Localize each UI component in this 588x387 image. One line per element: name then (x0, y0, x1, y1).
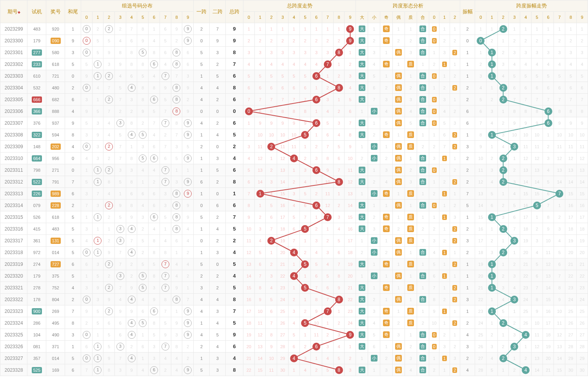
table-row: 2023313226989637416663891017141535211113… (0, 188, 588, 200)
table-row: 2023308322594839454542791452101010105164… (0, 129, 588, 141)
table-header: 期号◆ 试机 奖号 和尾 组选号码分布 一跨 二跨 总跨 总跨度走势 跨度形态分… (0, 0, 588, 23)
col-spant: 总跨 (225, 0, 243, 23)
table-row: 2023305666682631273865824267777776315大73… (0, 94, 588, 105)
table-row: 2023307376937953438277894261999996537大15… (0, 117, 588, 129)
table-row: 2023299483920102227816992791111111119大1奇… (0, 23, 588, 35)
col-issue[interactable]: 期号◆ (0, 0, 27, 23)
table-body: 2023299483920102227816992791111111119大1奇… (0, 23, 588, 376)
table-row: 2023328525169671839462495382215113014258… (0, 364, 588, 376)
col-shape: 跨度形态分析 (356, 0, 460, 12)
table-row: 2023318972014501974288121341251204243618… (0, 247, 588, 258)
table-row: 2023304532480204754889894486666661284大62… (0, 82, 588, 94)
col-span1: 一跨 (194, 0, 210, 23)
col-zuxuan: 组选号码分布 (81, 0, 193, 12)
table-row: 2023314079228273298463890668151646612214… (0, 200, 588, 211)
table-row: 2023327357014501974134421342114102943145… (0, 352, 588, 364)
table-row: 2023317361131541237584640221142197132517… (0, 235, 588, 247)
col-trend: 总跨度走势 (243, 0, 356, 12)
table-row: 2023310664956043278566591344121124238610… (0, 153, 588, 164)
col-award: 奖号 (46, 0, 65, 23)
table-row: 20233063668884957229578900008888814261小4… (0, 105, 588, 117)
table-row: 2023321278752439279537913251584231576921… (0, 282, 588, 294)
table-row: 2023303610721091246547731565555556123大51… (0, 70, 588, 82)
table-row: 2023323900269795299667194371710625329712… (0, 305, 588, 317)
table-row: 2023312522791751858127396286143142411081… (0, 176, 588, 188)
table-row: 202331552661851125936589527926175717315大… (0, 211, 588, 223)
col-amp: 振幅 (460, 0, 475, 23)
table-row: 2023309148202403271367352023112111112759… (0, 141, 588, 153)
table-row: 2023320179375515232587422241473224165820… (0, 270, 588, 282)
table-row: 2023319274727663272557445051362211554719… (0, 258, 588, 270)
col-tail: 和尾 (65, 0, 81, 23)
table-row: 2023301277580305988586865383333333381大31… (0, 47, 588, 58)
col-test: 试机 (27, 0, 46, 23)
table-row: 2023324286495825664585991451811726451012… (0, 317, 588, 329)
col-span2: 二跨 (209, 0, 225, 23)
table-row: 2023325104490301564159394591912827511123… (0, 329, 588, 341)
col-amptrend: 跨度振幅走势 (475, 0, 588, 12)
table-row: 2023322178804203944498874481695242187822… (0, 294, 588, 305)
table-row: 2023326081371161532637822462013928626341… (0, 341, 588, 352)
table-row: 2023311798271011233447111565132131369711… (0, 164, 588, 176)
table-row: 2023302233618551398864865274444444712大4奇… (0, 58, 588, 70)
lottery-trend-table: 期号◆ 试机 奖号 和尾 组选号码分布 一跨 二跨 总跨 总跨度走势 跨度形态分… (0, 0, 588, 376)
table-row: 2023300179090905546945290992222222229大2奇… (0, 35, 588, 47)
table-row: 2023316415483531134241841451037186521416… (0, 223, 588, 235)
